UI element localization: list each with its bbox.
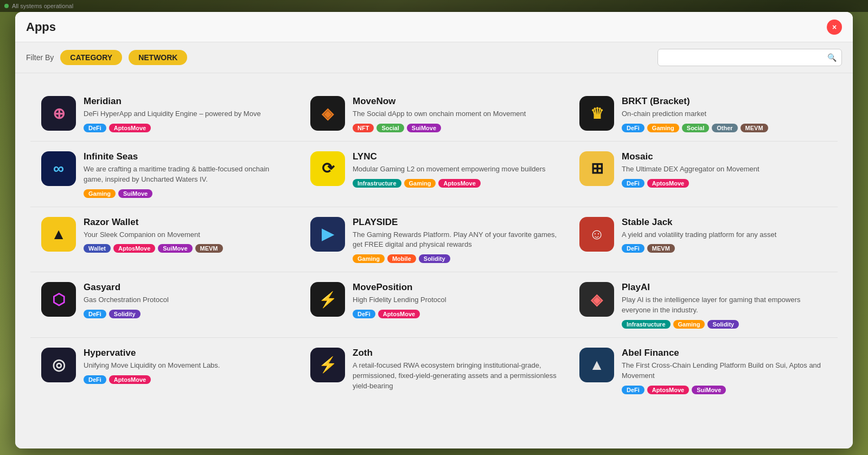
app-desc-hypervative: Unifying Move Liquidity on Movement Labs… xyxy=(84,361,289,371)
tag-defi[interactable]: DeFi xyxy=(84,310,106,318)
tag-aptosmove[interactable]: AptosMove xyxy=(113,244,155,253)
app-card-moveposition[interactable]: ⚡MovePositionHigh Fidelity Lending Proto… xyxy=(299,272,569,337)
app-name-brkt: BRKT (Bracket) xyxy=(622,96,827,107)
app-card-lync[interactable]: ⟳LYNCModular Gaming L2 on movement empow… xyxy=(299,142,569,207)
app-tags-meridian: DeFiAptosMove xyxy=(84,124,289,132)
app-name-abel-finance: Abel Finance xyxy=(622,348,827,358)
app-card-mosaic[interactable]: ⊞MosaicThe Ultimate DEX Aggregator on Mo… xyxy=(569,142,838,207)
tag-defi[interactable]: DeFi xyxy=(622,124,644,132)
tag-aptosmove[interactable]: AptosMove xyxy=(647,179,689,188)
app-tags-gasyard: DeFiSolidity xyxy=(84,310,289,318)
search-box: 🔍 xyxy=(658,49,842,66)
app-desc-brkt: On-chain prediction market xyxy=(622,109,827,119)
app-card-brkt[interactable]: ♛BRKT (Bracket)On-chain prediction marke… xyxy=(569,86,838,141)
tag-suimove[interactable]: SuiMove xyxy=(158,244,192,253)
apps-modal: Apps × Filter By CATEGORY NETWORK 🔍 ⊕Mer… xyxy=(15,12,853,448)
app-name-stable-jack: Stable Jack xyxy=(622,217,827,228)
app-card-stable-jack[interactable]: ☺Stable JackA yield and volatility tradi… xyxy=(569,207,838,272)
app-desc-playai: Play AI is the intelligence layer for ga… xyxy=(622,295,827,316)
tag-nft[interactable]: NFT xyxy=(353,124,374,132)
app-name-lync: LYNC xyxy=(353,151,558,162)
tag-defi[interactable]: DeFi xyxy=(622,386,644,394)
tag-wallet[interactable]: Wallet xyxy=(84,244,111,253)
tag-gaming[interactable]: Gaming xyxy=(84,189,116,198)
tag-mevm[interactable]: MEVM xyxy=(741,124,768,132)
app-desc-moveposition: High Fidelity Lending Protocol xyxy=(353,295,558,305)
app-desc-mosaic: The Ultimate DEX Aggregator on Movement xyxy=(622,164,827,175)
app-tags-movenow: NFTSocialSuiMove xyxy=(353,124,558,132)
app-name-playai: PlayAI xyxy=(622,282,827,293)
tag-solidity[interactable]: Solidity xyxy=(419,254,450,263)
app-name-razor-wallet: Razor Wallet xyxy=(84,217,289,228)
app-name-gasyard: Gasyard xyxy=(84,282,289,293)
app-icon-stable-jack: ☺ xyxy=(579,217,614,252)
tag-defi[interactable]: DeFi xyxy=(353,310,375,318)
tag-aptosmove[interactable]: AptosMove xyxy=(647,386,689,394)
app-icon-movenow: ◈ xyxy=(310,96,345,131)
search-input[interactable] xyxy=(658,49,842,66)
tag-suimove[interactable]: SuiMove xyxy=(118,189,152,198)
app-icon-zoth: ⚡ xyxy=(310,348,345,382)
tag-suimove[interactable]: SuiMove xyxy=(407,124,441,132)
tag-other[interactable]: Other xyxy=(712,124,737,132)
close-button[interactable]: × xyxy=(827,20,842,35)
app-card-razor-wallet[interactable]: ▲Razor WalletYour Sleek Companion on Mov… xyxy=(30,207,299,272)
tag-defi[interactable]: DeFi xyxy=(622,244,644,253)
tag-aptosmove[interactable]: AptosMove xyxy=(378,310,420,318)
app-card-gasyard[interactable]: ⬡GasyardGas Orchestration ProtocolDeFiSo… xyxy=(30,272,299,337)
app-icon-brkt: ♛ xyxy=(579,96,614,131)
app-desc-infinite-seas: We are crafting a maritime trading & bat… xyxy=(84,164,289,185)
tag-gaming[interactable]: Gaming xyxy=(404,179,436,188)
apps-grid: ⊕MeridianDeFi HyperApp and Liquidity Eng… xyxy=(30,86,838,404)
app-tags-moveposition: DeFiAptosMove xyxy=(353,310,558,318)
app-desc-lync: Modular Gaming L2 on movement empowering… xyxy=(353,164,558,175)
app-icon-gasyard: ⬡ xyxy=(41,282,76,317)
tag-defi[interactable]: DeFi xyxy=(84,124,106,132)
tag-mevm[interactable]: MEVM xyxy=(195,244,223,253)
app-card-movenow[interactable]: ◈MoveNowThe Social dApp to own onchain m… xyxy=(299,86,569,141)
tag-defi[interactable]: DeFi xyxy=(622,179,644,188)
tag-solidity[interactable]: Solidity xyxy=(109,310,141,318)
app-desc-gasyard: Gas Orchestration Protocol xyxy=(84,295,289,305)
tag-solidity[interactable]: Solidity xyxy=(707,320,739,329)
app-desc-zoth: A retail-focused RWA ecosystem bringing … xyxy=(353,361,558,392)
app-card-meridian[interactable]: ⊕MeridianDeFi HyperApp and Liquidity Eng… xyxy=(30,86,299,141)
app-name-playside: PLAYSIDE xyxy=(353,217,558,228)
app-card-hypervative[interactable]: ◎HypervativeUnifying Move Liquidity on M… xyxy=(30,338,299,405)
tag-suimove[interactable]: SuiMove xyxy=(692,386,726,394)
app-card-zoth[interactable]: ⚡ZothA retail-focused RWA ecosystem brin… xyxy=(299,338,569,405)
tag-gaming[interactable]: Gaming xyxy=(673,320,705,329)
app-tags-hypervative: DeFiAptosMove xyxy=(84,375,289,384)
tag-mobile[interactable]: Mobile xyxy=(387,254,416,263)
app-name-meridian: Meridian xyxy=(84,96,289,107)
tag-aptosmove[interactable]: AptosMove xyxy=(109,124,151,132)
app-card-playai[interactable]: ◈PlayAIPlay AI is the intelligence layer… xyxy=(569,272,838,337)
tag-social[interactable]: Social xyxy=(376,124,404,132)
app-name-hypervative: Hypervative xyxy=(84,348,289,358)
app-icon-playai: ◈ xyxy=(579,282,614,317)
tag-gaming[interactable]: Gaming xyxy=(353,254,385,263)
app-card-playside[interactable]: ▶PLAYSIDEThe Gaming Rewards Platform. Pl… xyxy=(299,207,569,272)
tag-defi[interactable]: DeFi xyxy=(84,375,106,384)
apps-grid-container: ⊕MeridianDeFi HyperApp and Liquidity Eng… xyxy=(15,73,853,448)
tag-aptosmove[interactable]: AptosMove xyxy=(438,179,480,188)
tag-aptosmove[interactable]: AptosMove xyxy=(109,375,151,384)
app-card-abel-finance[interactable]: ▲Abel FinanceThe First Cross-Chain Lendi… xyxy=(569,338,838,405)
app-icon-hypervative: ◎ xyxy=(41,348,76,382)
tag-social[interactable]: Social xyxy=(682,124,709,132)
tag-infrastructure[interactable]: Infrastructure xyxy=(622,320,671,329)
network-filter-button[interactable]: NETWORK xyxy=(129,50,187,65)
category-filter-button[interactable]: CATEGORY xyxy=(60,50,122,65)
modal-header: Apps × xyxy=(15,12,853,42)
app-icon-infinite-seas: ∞ xyxy=(41,151,76,186)
tag-infrastructure[interactable]: Infrastructure xyxy=(353,179,401,188)
tag-mevm[interactable]: MEVM xyxy=(647,244,675,253)
app-icon-mosaic: ⊞ xyxy=(579,151,614,186)
app-tags-lync: InfrastructureGamingAptosMove xyxy=(353,179,558,188)
tag-gaming[interactable]: Gaming xyxy=(647,124,679,132)
app-card-infinite-seas[interactable]: ∞Infinite SeasWe are crafting a maritime… xyxy=(30,142,299,207)
app-tags-mosaic: DeFiAptosMove xyxy=(622,179,827,188)
filter-bar: Filter By CATEGORY NETWORK 🔍 xyxy=(15,42,853,73)
app-tags-playai: InfrastructureGamingSolidity xyxy=(622,320,827,329)
app-icon-moveposition: ⚡ xyxy=(310,282,345,317)
